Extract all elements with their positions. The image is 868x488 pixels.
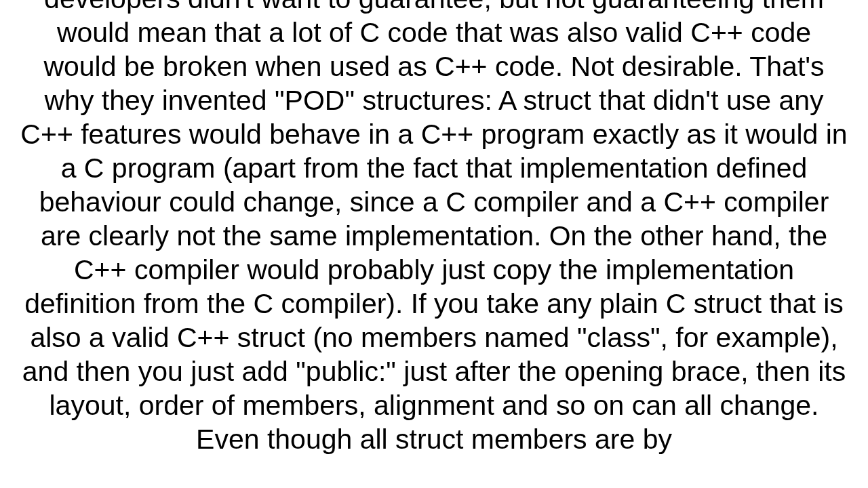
body-paragraph: developers didn't want to guarantee, but… (20, 0, 848, 456)
document-page: developers didn't want to guarantee, but… (0, 0, 868, 488)
